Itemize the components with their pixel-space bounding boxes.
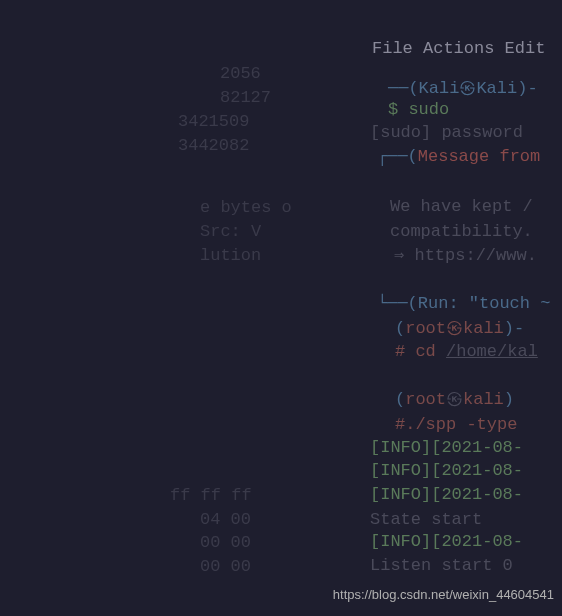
- bg-root1: (root㉿kali)-: [395, 317, 524, 341]
- bg-run: └──(Run: "touch ~: [377, 292, 550, 316]
- bg-src: Src: V: [200, 220, 261, 244]
- bg-cd: # cd /home/kal: [395, 340, 538, 364]
- bg-sudo: $ sudo: [388, 98, 449, 122]
- bg-spp: #./spp -type: [395, 413, 517, 437]
- bg-hex3: 00 00: [200, 531, 251, 555]
- bg-info1: [INFO][2021-08-: [370, 436, 523, 460]
- bg-hex1: ff ff ff: [170, 484, 252, 508]
- bg-menu: File Actions Edit: [372, 37, 545, 61]
- bg-info3: [INFO][2021-08-: [370, 483, 523, 507]
- bg-lution: lution: [200, 244, 261, 268]
- bg-hex2: 04 00: [200, 508, 251, 532]
- bg-root2: (root㉿kali): [395, 388, 514, 412]
- bg-info4: [INFO][2021-08-: [370, 530, 523, 554]
- bg-compat: compatibility.: [390, 220, 533, 244]
- bg-kept: We have kept /: [390, 195, 533, 219]
- bg-hex4: 00 00: [200, 555, 251, 579]
- bg-state: State start: [370, 508, 482, 532]
- bg-nums1: 2056: [220, 62, 261, 86]
- bg-https: ⇒ https://www.: [394, 244, 537, 268]
- bg-listen: Listen start 0: [370, 554, 513, 578]
- bg-nums4: 3442082: [178, 134, 249, 158]
- bg-info2: [INFO][2021-08-: [370, 459, 523, 483]
- bg-nums2: 82127: [220, 86, 271, 110]
- bg-msgtop: ┌──(Message from: [377, 145, 540, 169]
- bg-bytes: e bytes o: [200, 196, 292, 220]
- watermark: https://blog.csdn.net/weixin_44604541: [333, 586, 554, 604]
- bg-password: [sudo] password: [370, 121, 523, 145]
- bg-nums3: 3421509: [178, 110, 249, 134]
